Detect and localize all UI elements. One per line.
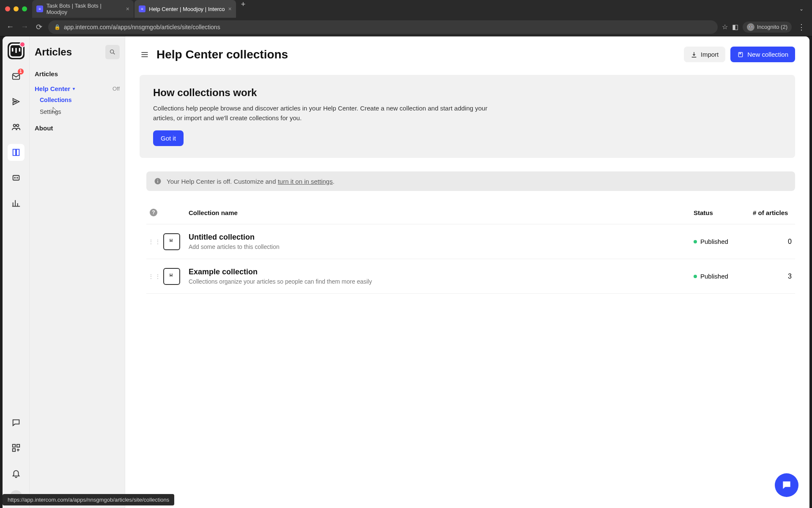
table-header-row: ? Collection name Status # of articles xyxy=(146,201,795,224)
page-title: Help Center collections xyxy=(156,48,288,61)
maximize-window-button[interactable] xyxy=(22,6,27,11)
bookmark-star-icon[interactable]: ☆ xyxy=(722,23,728,31)
sidebar-title: Articles xyxy=(35,46,72,58)
forward-button[interactable]: → xyxy=(19,22,30,32)
callout-how-collections-work: How collections work Collections help pe… xyxy=(140,75,795,158)
rail-inbox[interactable]: 1 xyxy=(8,68,25,85)
window-controls xyxy=(5,6,27,11)
status-label: Published xyxy=(700,238,728,245)
tab-favicon-icon: ≡ xyxy=(36,6,43,12)
collection-thumb-icon xyxy=(163,268,180,285)
browser-tab[interactable]: ≡ Task Bots | Task Bots | Moodjoy × xyxy=(32,0,134,18)
article-count: 3 xyxy=(753,273,795,280)
sidebar-section-articles[interactable]: Articles xyxy=(35,70,120,77)
svg-rect-13 xyxy=(157,179,158,180)
sidebar-item-help-center[interactable]: Help Center ▾ Off xyxy=(35,85,120,92)
import-button[interactable]: Import xyxy=(684,47,726,62)
th-count: # of articles xyxy=(753,209,795,216)
status-label: Published xyxy=(700,273,728,280)
callout-title: How collections work xyxy=(153,87,782,99)
rail-operator[interactable] xyxy=(8,169,25,186)
status-cell: Published xyxy=(694,273,753,280)
address-bar-actions: ☆ ◧ 👓 Incognito (2) ⋮ xyxy=(722,22,807,33)
notice-text: Your Help Center is off. Customize and t… xyxy=(167,178,335,185)
rail-messages[interactable] xyxy=(8,414,25,431)
rail-apps[interactable] xyxy=(8,439,25,456)
callout-body: Collections help people browse and disco… xyxy=(153,104,500,123)
notice-prefix: Your Help Center is off. Customize and xyxy=(167,178,278,185)
collection-title: Example collection xyxy=(189,268,694,276)
svg-rect-7 xyxy=(16,444,19,447)
sidebar-search-button[interactable] xyxy=(105,45,120,59)
new-collection-label: New collection xyxy=(747,51,788,58)
intercom-chat-fab[interactable] xyxy=(775,473,798,497)
svg-rect-12 xyxy=(157,181,158,183)
th-status: Status xyxy=(694,209,753,216)
sidebar: Articles Articles Help Center ▾ Off Coll… xyxy=(30,36,125,508)
hamburger-icon xyxy=(140,50,149,59)
page-header: Help Center collections Import New colle… xyxy=(140,47,795,62)
new-collection-button[interactable]: New collection xyxy=(730,47,795,62)
tab-favicon-icon: ≡ xyxy=(139,6,145,12)
sidebar-item-about[interactable]: About xyxy=(35,124,120,132)
svg-rect-3 xyxy=(13,176,19,180)
collection-thumb-icon xyxy=(163,233,180,250)
svg-rect-6 xyxy=(12,444,15,447)
import-label: Import xyxy=(701,51,719,58)
notice-suffix: . xyxy=(333,178,335,185)
extensions-icon[interactable]: ◧ xyxy=(732,23,738,31)
back-button[interactable]: ← xyxy=(5,22,15,32)
help-tooltip-icon[interactable]: ? xyxy=(150,209,157,216)
browser-tab[interactable]: ≡ Help Center | Moodjoy | Interco × xyxy=(134,0,236,18)
icon-rail: 1 xyxy=(3,36,30,508)
status-dot-icon xyxy=(694,275,697,278)
article-count: 0 xyxy=(753,238,795,246)
new-tab-button[interactable]: + xyxy=(237,0,250,18)
status-bar-link: https://app.intercom.com/a/apps/nnsgmgob… xyxy=(3,494,174,505)
tab-title: Help Center | Moodjoy | Interco xyxy=(149,6,225,12)
rail-reports[interactable] xyxy=(8,195,25,212)
collection-subtitle: Add some articles to this collection xyxy=(189,243,694,250)
collection-subtitle: Collections organize your articles so pe… xyxy=(189,278,694,285)
sidebar-item-settings[interactable]: Settings xyxy=(40,108,120,115)
svg-point-9 xyxy=(110,50,114,53)
rail-articles[interactable] xyxy=(8,144,25,161)
browser-address-bar: ← → ⟳ 🔒 app.intercom.com/a/apps/nnsgmgob… xyxy=(0,18,812,36)
table-row[interactable]: ⋮⋮ Example collection Collections organi… xyxy=(146,259,795,294)
got-it-button[interactable]: Got it xyxy=(153,130,184,146)
svg-point-4 xyxy=(14,177,15,178)
rail-notifications[interactable] xyxy=(8,465,25,482)
app-root: 1 A xyxy=(3,36,809,508)
inbox-badge: 1 xyxy=(18,69,24,75)
rail-contacts[interactable] xyxy=(8,119,25,135)
browser-tabs: ≡ Task Bots | Task Bots | Moodjoy × ≡ He… xyxy=(32,0,796,18)
info-icon xyxy=(154,177,162,185)
svg-point-1 xyxy=(13,124,15,127)
app-logo[interactable] xyxy=(8,42,25,59)
collections-table: ? Collection name Status # of articles ⋮… xyxy=(146,201,795,294)
reload-button[interactable]: ⟳ xyxy=(34,22,44,32)
svg-rect-8 xyxy=(12,449,15,451)
status-dot-icon xyxy=(694,240,697,243)
incognito-indicator[interactable]: 👓 Incognito (2) xyxy=(743,22,792,33)
drag-handle-icon[interactable]: ⋮⋮ xyxy=(146,273,163,280)
import-icon xyxy=(691,51,697,58)
collection-icon xyxy=(737,51,744,58)
sidebar-item-collections[interactable]: Collections xyxy=(40,97,120,103)
close-window-button[interactable] xyxy=(5,6,10,11)
drag-handle-icon[interactable]: ⋮⋮ xyxy=(146,238,163,245)
rail-outbound[interactable] xyxy=(8,93,25,110)
url-input[interactable]: 🔒 app.intercom.com/a/apps/nnsgmgob/artic… xyxy=(48,20,718,34)
help-center-status-pill: Off xyxy=(112,86,120,92)
notice-settings-link[interactable]: turn it on in settings xyxy=(278,178,333,185)
toggle-sidebar-button[interactable] xyxy=(140,50,150,60)
tab-close-icon[interactable]: × xyxy=(228,6,231,12)
table-row[interactable]: ⋮⋮ Untitled collection Add some articles… xyxy=(146,224,795,259)
browser-menu-icon[interactable]: ⋮ xyxy=(796,22,807,32)
help-center-off-notice: Your Help Center is off. Customize and t… xyxy=(146,171,795,191)
tab-close-icon[interactable]: × xyxy=(126,6,129,12)
url-text: app.intercom.com/a/apps/nnsgmgob/article… xyxy=(64,24,220,30)
main-content: Help Center collections Import New colle… xyxy=(125,36,809,508)
minimize-window-button[interactable] xyxy=(14,6,19,11)
tab-list-dropdown-icon[interactable]: ⌄ xyxy=(796,6,807,12)
